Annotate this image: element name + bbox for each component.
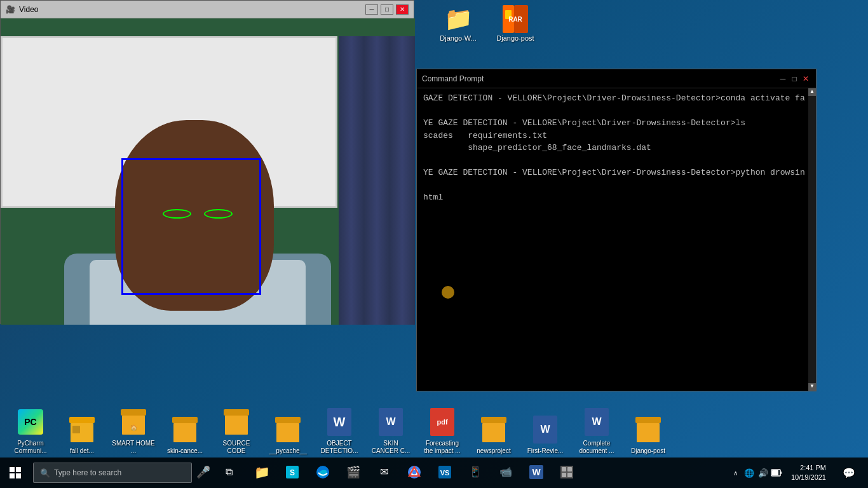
eye-left-indicator bbox=[163, 209, 191, 219]
cmd-scrollbar: ▲ ▼ bbox=[808, 88, 816, 391]
curtain bbox=[339, 36, 415, 325]
cmd-line-1: GAZE DETECTION - VELLORE\Project\Driver-… bbox=[423, 92, 810, 105]
svg-rect-15 bbox=[225, 416, 248, 435]
start-button[interactable] bbox=[0, 458, 31, 488]
first-review-icon: W bbox=[530, 414, 560, 445]
taskbar-edge-button[interactable] bbox=[309, 458, 337, 488]
svg-rect-36 bbox=[780, 471, 782, 474]
desktop-newsproject[interactable]: newsproject bbox=[470, 412, 518, 458]
taskbar-taskview-button[interactable]: ⧉ bbox=[215, 458, 243, 488]
svg-rect-8 bbox=[72, 426, 80, 433]
maximize-button[interactable]: □ bbox=[381, 4, 393, 15]
taskbar-vscode-button[interactable]: VS bbox=[431, 458, 459, 488]
forecasting-icon: pdf bbox=[427, 407, 458, 437]
fall-det-label: fall det... bbox=[70, 447, 94, 455]
desktop-skin-cancer[interactable]: skin-cance... bbox=[161, 412, 209, 458]
taskbar-phone-button[interactable]: 📱 bbox=[461, 458, 489, 488]
skin-cancer-word-icon: W bbox=[379, 408, 403, 436]
svg-rect-31 bbox=[562, 467, 566, 471]
complete-document-icon: W bbox=[581, 407, 612, 437]
svg-rect-12 bbox=[172, 417, 198, 423]
expand-tray-button[interactable]: ∧ bbox=[733, 470, 738, 477]
taskbar-fall-det-icon[interactable]: fall det... bbox=[58, 412, 106, 458]
notification-icon: 💬 bbox=[843, 467, 855, 479]
svg-rect-20 bbox=[635, 417, 661, 423]
network-icon[interactable]: 🌐 bbox=[743, 467, 756, 479]
close-button[interactable]: ✕ bbox=[396, 4, 409, 15]
svg-rect-13 bbox=[173, 423, 196, 442]
taskbar-mic-button[interactable]: 🎤 bbox=[192, 458, 215, 488]
chrome-icon bbox=[408, 466, 421, 478]
taskbar-chrome-button[interactable] bbox=[400, 458, 428, 488]
desktop-smart-home[interactable]: 🏠 SMART HOME ... bbox=[109, 404, 158, 458]
desktop-pycache[interactable]: __pycache__ bbox=[264, 412, 312, 458]
video-content bbox=[1, 18, 415, 325]
svg-rect-18 bbox=[481, 417, 506, 423]
win-logo-cell-4 bbox=[16, 473, 21, 478]
forecasting-pdf-icon: pdf bbox=[430, 408, 454, 436]
desktop-source-code[interactable]: SOURCE CODE bbox=[212, 404, 261, 458]
taskbar-pinned-icons: 📁 S 🎬 ✉ bbox=[248, 458, 581, 488]
notification-center-button[interactable]: 💬 bbox=[835, 458, 863, 488]
video-controls: ─ □ ✕ bbox=[365, 4, 409, 15]
source-code-label: SOURCE CODE bbox=[215, 440, 258, 455]
cmd-titlebar: Command Prompt ─ □ ✕ bbox=[417, 69, 816, 88]
desktop-icon-label-djangow: Django-W... bbox=[440, 34, 476, 42]
django-post-icon: RAR bbox=[503, 6, 528, 32]
cmd-close-button[interactable]: ✕ bbox=[801, 74, 811, 84]
pycharm-label: PyCharmCommuni... bbox=[14, 440, 46, 455]
cmd-line-6 bbox=[423, 154, 810, 167]
cmd-line-4: scades requirements.txt bbox=[423, 130, 810, 142]
desktop-forecasting[interactable]: pdf Forecasting the impact ... bbox=[418, 404, 466, 458]
svg-rect-37 bbox=[772, 470, 778, 475]
taskbar-camera-button[interactable]: 🎬 bbox=[339, 458, 367, 488]
system-tray: 🌐 🔊 bbox=[743, 467, 782, 479]
pycache-icon bbox=[273, 414, 303, 445]
file-explorer-icon: 📁 bbox=[254, 464, 270, 480]
taskbar-file-explorer-button[interactable]: 📁 bbox=[248, 458, 276, 488]
taskbar-search[interactable]: 🔍 Type here to search bbox=[33, 463, 192, 483]
taskview-icon: ⧉ bbox=[226, 466, 233, 478]
vscode-icon: VS bbox=[438, 466, 451, 478]
complete-document-label: Complete document ... bbox=[575, 440, 618, 455]
cursor-indicator bbox=[442, 286, 454, 299]
source-code-icon bbox=[221, 407, 252, 437]
desktop-complete-document[interactable]: W Complete document ... bbox=[573, 404, 621, 458]
svg-rect-9 bbox=[121, 409, 146, 416]
desktop-django-post-folder[interactable]: Django-post bbox=[624, 412, 672, 458]
desktop-object-detect[interactable]: W OBJECT DETECTIO... bbox=[315, 404, 363, 458]
taskbar-store2-button[interactable] bbox=[553, 458, 581, 488]
battery-icon[interactable] bbox=[771, 467, 782, 478]
svg-rect-32 bbox=[567, 467, 572, 471]
taskbar-word-button[interactable]: W bbox=[522, 458, 550, 488]
taskbar-store-button[interactable]: S bbox=[278, 458, 306, 488]
volume-icon[interactable]: 🔊 bbox=[757, 467, 770, 479]
first-review-word-icon: W bbox=[533, 416, 557, 444]
smart-home-icon: 🏠 bbox=[118, 407, 149, 437]
cmd-maximize-button[interactable]: □ bbox=[789, 74, 799, 84]
video-icon: 🎥 bbox=[6, 5, 15, 14]
phone-icon: 📱 bbox=[469, 466, 482, 478]
cmd-minimize-button[interactable]: ─ bbox=[778, 74, 788, 84]
svg-text:S: S bbox=[290, 468, 295, 477]
taskbar-pycharm-icon[interactable]: PC PyCharmCommuni... bbox=[6, 404, 55, 458]
scroll-up-button[interactable]: ▲ bbox=[808, 88, 816, 96]
taskbar-mail-button[interactable]: ✉ bbox=[370, 458, 398, 488]
face-detection-box bbox=[121, 158, 261, 295]
desktop-skin-cancer-doc[interactable]: W SKIN CANCER C... bbox=[367, 404, 415, 458]
first-review-label: First-Revie... bbox=[527, 447, 564, 455]
cmd-title: Command Prompt bbox=[422, 74, 484, 83]
scroll-down-button[interactable]: ▼ bbox=[808, 383, 816, 391]
windows-logo bbox=[10, 467, 21, 478]
taskbar-clock[interactable]: 2:41 PM 10/19/2021 bbox=[786, 463, 831, 483]
taskbar: 🔍 Type here to search 🎤 ⧉ 📁 S bbox=[0, 458, 868, 488]
desktop-first-review[interactable]: W First-Revie... bbox=[521, 412, 569, 458]
minimize-button[interactable]: ─ bbox=[365, 4, 378, 15]
cmd-line-3: YE GAZE DETECTION - VELLORE\Project\Driv… bbox=[423, 117, 810, 130]
clock-date: 10/19/2021 bbox=[791, 473, 826, 482]
taskbar-recorder-button[interactable]: 📹 bbox=[492, 458, 520, 488]
fall-det-icon bbox=[67, 414, 97, 445]
desktop-icon-django-w2[interactable]: 📁 Django-W... bbox=[436, 6, 480, 42]
desktop-icon-django-post[interactable]: RAR Django-post bbox=[493, 6, 538, 42]
win-logo-cell-2 bbox=[16, 467, 21, 472]
